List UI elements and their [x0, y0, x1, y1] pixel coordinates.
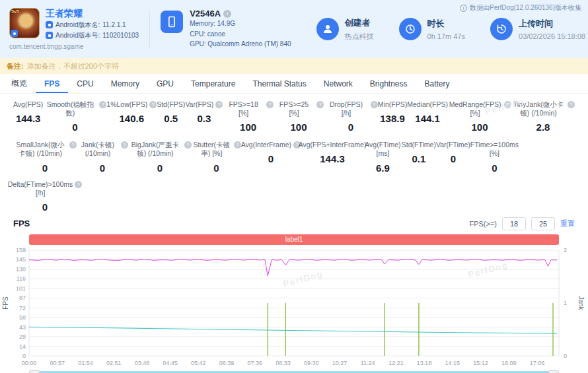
help-icon[interactable]: ?	[99, 101, 106, 108]
stat-label: 1%Low(FPS)	[106, 100, 147, 109]
stat-label: Drop(FPS) [/h]	[324, 100, 369, 118]
help-icon[interactable]: ?	[316, 101, 324, 108]
stat-cell: Avg(FPS)144.3	[13, 100, 43, 133]
device-gpu: GPU: Qualcomm Adreno (TM) 840	[190, 40, 291, 50]
svg-text:13:18: 13:18	[417, 360, 432, 366]
fps-threshold-controls: FPS(>=) 重置	[469, 217, 575, 230]
stat-label: Avg(InterFrame)	[241, 141, 291, 149]
creator-block: 创建者 热点科技	[316, 17, 374, 42]
svg-text:15:12: 15:12	[473, 360, 488, 366]
stat-cell: Var(FPS)?0.3	[185, 100, 223, 133]
fps-chart[interactable]: 014294358728710111613014515901200:0000:5…	[0, 246, 588, 370]
stat-value: 0	[42, 162, 48, 174]
duration-label: 时长	[427, 18, 465, 30]
tab-overview[interactable]: 概览	[3, 74, 36, 93]
device-info-icon[interactable]: i	[223, 10, 231, 18]
phone-icon	[161, 11, 183, 33]
svg-text:43: 43	[19, 323, 26, 330]
stat-value: 0	[213, 162, 219, 174]
fps-threshold-input-2[interactable]	[531, 217, 555, 230]
stat-cell: 1%Low(FPS)?140.6	[106, 100, 157, 133]
user-icon	[316, 18, 339, 40]
help-icon[interactable]: ?	[149, 101, 157, 108]
help-icon[interactable]: ?	[121, 141, 128, 149]
stat-value: 0	[100, 162, 105, 174]
svg-text:0: 0	[22, 353, 26, 359]
help-icon[interactable]: ?	[75, 181, 82, 188]
help-icon[interactable]: ?	[568, 101, 575, 108]
fps-section: FPS FPS(>=) 重置 label1 014294358728710111…	[0, 215, 588, 373]
chart-section-title: FPS	[13, 219, 30, 228]
stat-cell: FPS>=25 [%]?100	[274, 100, 324, 133]
stats-row-1: Avg(FPS)144.3Smooth(稳帧指数)?01%Low(FPS)?14…	[13, 100, 575, 133]
stat-value: 0	[42, 201, 48, 213]
tab-memory[interactable]: Memory	[102, 74, 148, 93]
stat-label: Delta(FTime)>100ms [/h]	[8, 180, 73, 197]
stat-value: 0.5	[164, 113, 178, 124]
scrollbar-left-handle[interactable]: ||	[29, 370, 40, 373]
tab-brightness[interactable]: Brightness	[361, 74, 416, 93]
note-bar[interactable]: 备注: 添加备注，不超过200个字符	[0, 58, 588, 74]
stat-cell: Drop(FPS) [/h]?0	[324, 100, 378, 133]
tab-battery[interactable]: Battery	[416, 74, 459, 93]
svg-text:12:21: 12:21	[388, 360, 404, 366]
help-icon[interactable]: ?	[215, 101, 223, 108]
svg-text:06:39: 06:39	[219, 360, 235, 366]
svg-text:72: 72	[19, 304, 26, 311]
stat-value: 0	[451, 153, 456, 164]
history-clock-icon	[490, 18, 513, 40]
stat-cell: Min(FPS)138.9	[378, 100, 407, 133]
stat-value: 6.9	[376, 162, 390, 174]
creator-value: 热点科技	[345, 32, 374, 42]
stat-label: Smooth(稳帧指数)	[43, 100, 97, 118]
svg-text:01:54: 01:54	[78, 360, 93, 366]
help-icon[interactable]: ?	[371, 101, 378, 108]
stat-value: 100	[290, 121, 307, 133]
stat-cell: Delta(FTime)>100ms [/h]?0	[13, 180, 77, 213]
svg-text:PerfDog: PerfDog	[282, 269, 324, 288]
android-version-name-line: Android版本名: 11.2.1.1	[46, 20, 139, 30]
svg-text:58: 58	[19, 314, 26, 320]
fps-threshold-input-1[interactable]	[502, 217, 526, 230]
stat-label: BigJank(严重卡顿) (/10min)	[128, 141, 182, 158]
help-icon[interactable]: ?	[184, 141, 192, 149]
scrollbar-right-handle[interactable]: ||	[548, 370, 559, 373]
help-icon[interactable]: ?	[234, 141, 241, 149]
svg-text:03:48: 03:48	[135, 360, 150, 366]
android-version-code-line: Android版本号: 1102010103	[46, 31, 139, 40]
stat-cell: Std(FPS)0.5	[157, 100, 185, 133]
tab-temperature[interactable]: Temperature	[182, 74, 244, 93]
stat-value: 100	[240, 121, 256, 133]
tab-network[interactable]: Network	[315, 74, 361, 93]
svg-text:PerfDog: PerfDog	[467, 259, 509, 279]
header: i 数据由PerfDog(12.0.260136)版本收集 5v5 王者荣耀 A…	[0, 0, 588, 58]
chart-legend-banner[interactable]: label1	[29, 234, 559, 245]
stat-cell: Median(FPS)144.1	[407, 100, 448, 133]
tab-gpu[interactable]: GPU	[148, 74, 182, 93]
svg-text:16:09: 16:09	[501, 360, 517, 366]
duration-value: 0h 17m 47s	[427, 32, 465, 40]
svg-text:145: 145	[16, 256, 26, 263]
svg-text:14: 14	[19, 343, 26, 350]
help-icon[interactable]: ?	[504, 101, 511, 108]
tab-fps[interactable]: FPS	[36, 74, 68, 93]
device-memory: Memory: 14.9G	[190, 19, 291, 29]
stat-cell: MedRange(FPS)[%]?100	[448, 100, 511, 133]
tag-icon	[46, 32, 53, 39]
stat-value: 2.8	[536, 121, 550, 133]
svg-text:07:36: 07:36	[248, 360, 263, 366]
help-icon[interactable]: ?	[69, 141, 77, 149]
tab-thermal-status[interactable]: Thermal Status	[244, 74, 314, 93]
stat-label: Avg(FPS+InterFrame)	[299, 141, 367, 149]
stat-cell: FPS>=18 [%]?100	[223, 100, 273, 133]
tab-cpu[interactable]: CPU	[68, 74, 102, 93]
svg-text:29: 29	[19, 333, 26, 340]
note-label: 备注:	[7, 61, 24, 71]
help-icon[interactable]: ?	[266, 101, 274, 108]
reset-button[interactable]: 重置	[560, 219, 575, 228]
stat-label: Var(FTime)	[436, 141, 470, 149]
stat-label: Avg(FTime) [ms]	[364, 141, 402, 158]
stat-value: 100	[472, 121, 488, 133]
android-version-name-label: Android版本名:	[55, 20, 100, 30]
stat-cell: Std(FTime)0.1	[402, 141, 436, 173]
